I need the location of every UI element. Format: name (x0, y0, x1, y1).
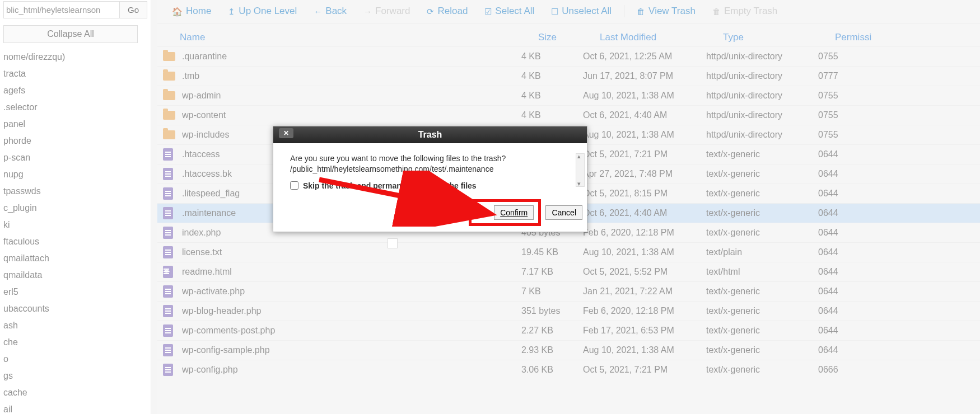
folder-icon (163, 50, 176, 63)
file-permissions: 0644 (818, 169, 863, 179)
home-button[interactable]: 🏠Home (166, 3, 217, 19)
file-row[interactable]: license.txt19.45 KBAug 10, 2021, 1:38 AM… (157, 242, 980, 262)
file-size: 3.06 KB (521, 365, 583, 375)
go-button[interactable]: Go (119, 2, 147, 18)
path-input[interactable] (4, 2, 119, 18)
uncheck-icon: ☐ (551, 7, 558, 16)
file-type: text/x-generic (706, 365, 818, 375)
file-row[interactable]: .tmb4 KBJun 17, 2021, 8:07 PMhttpd/unix-… (157, 66, 980, 86)
cancel-button[interactable]: Cancel (545, 205, 582, 220)
file-type: text/x-generic (706, 345, 818, 355)
file-icon (163, 324, 176, 337)
file-row[interactable]: wp-content4 KBOct 6, 2021, 4:40 AMhttpd/… (157, 105, 980, 125)
trash-dialog: ✕ Trash Are you sure you want to move th… (273, 126, 587, 232)
col-type[interactable]: Type (723, 32, 835, 43)
file-modified: Oct 5, 2021, 5:52 PM (583, 267, 706, 277)
file-icon (163, 305, 176, 317)
path-box: Go (3, 1, 147, 18)
reload-icon: ⟳ (427, 7, 434, 16)
file-row[interactable]: .quarantine4 KBOct 6, 2021, 12:25 AMhttp… (157, 46, 980, 66)
file-row[interactable]: wp-config-sample.php2.93 KBAug 10, 2021,… (157, 340, 980, 360)
col-size[interactable]: Size (538, 32, 600, 43)
file-name: wp-content (182, 110, 226, 120)
tree-item[interactable]: ubaccounts (3, 300, 147, 317)
tree-item[interactable]: tpasswds (3, 183, 147, 200)
tree-item[interactable]: nome/direzzqu) (3, 49, 147, 65)
unselect-all-button[interactable]: ☐Unselect All (545, 3, 617, 19)
up-one-level-button[interactable]: ↥Up One Level (222, 3, 302, 19)
dialog-title-bar: ✕ Trash (273, 126, 587, 143)
col-permissions[interactable]: Permissi (835, 32, 880, 43)
reload-button[interactable]: ⟳Reload (421, 3, 473, 19)
dialog-actions: Confirm Cancel (273, 195, 587, 232)
tree-item[interactable]: .selector (3, 99, 147, 116)
file-row[interactable]: wp-blog-header.php351 bytesFeb 6, 2020, … (157, 301, 980, 321)
file-modified: Aug 10, 2021, 1:38 AM (583, 345, 706, 355)
file-modified: Aug 10, 2021, 1:38 AM (583, 91, 706, 101)
skip-trash-option[interactable]: Skip the trash and permanently delete th… (290, 181, 576, 190)
file-name: index.php (182, 228, 221, 238)
file-row[interactable]: wp-comments-post.php2.27 KBFeb 17, 2021,… (157, 321, 980, 340)
toolbar: 🏠Home ↥Up One Level ←Back →Forward ⟳Relo… (157, 0, 980, 24)
back-icon: ← (314, 7, 322, 16)
file-row[interactable]: wp-activate.php7 KBJan 21, 2021, 7:22 AM… (157, 281, 980, 301)
file-row[interactable]: wp-config.php3.06 KBOct 5, 2021, 7:21 PM… (157, 360, 980, 379)
tree-item[interactable]: ftaculous (3, 233, 147, 250)
tree-item[interactable]: ki (3, 217, 147, 233)
view-trash-button[interactable]: 🗑View Trash (631, 3, 701, 19)
tree-item[interactable]: qmailattach (3, 250, 147, 267)
skip-trash-checkbox[interactable] (290, 181, 298, 190)
file-type: text/x-generic (706, 208, 818, 218)
skip-trash-label: Skip the trash and permanently delete th… (303, 181, 477, 190)
confirm-button[interactable]: Confirm (494, 205, 534, 220)
tree-item[interactable]: c_plugin (3, 200, 147, 217)
folder-icon (163, 129, 176, 141)
decorative-square (388, 238, 398, 248)
folder-icon (163, 90, 176, 102)
back-button[interactable]: ←Back (308, 3, 352, 19)
folder-tree: nome/direzzqu)tractaagefs.selectorpanelp… (0, 49, 151, 414)
col-name[interactable]: Name (180, 32, 538, 43)
file-modified: Oct 5, 2021, 7:21 PM (583, 149, 706, 159)
tree-item[interactable]: cache (3, 384, 147, 401)
file-row[interactable]: wp-admin4 KBAug 10, 2021, 1:38 AMhttpd/u… (157, 86, 980, 105)
close-icon[interactable]: ✕ (279, 128, 293, 138)
tree-item[interactable]: che (3, 334, 147, 351)
file-modified: Oct 5, 2021, 8:15 PM (583, 189, 706, 199)
file-modified: Feb 6, 2020, 12:18 PM (583, 228, 706, 238)
tree-item[interactable]: p-scan (3, 149, 147, 166)
toolbar-separator (624, 5, 624, 17)
dialog-body: Are you sure you want to move the follow… (273, 143, 587, 195)
tree-item[interactable]: phorde (3, 133, 147, 149)
up-icon: ↥ (228, 7, 235, 16)
file-size: 7 KB (521, 286, 583, 297)
file-permissions: 0644 (818, 306, 863, 316)
file-permissions: 0644 (818, 247, 863, 257)
tree-item[interactable]: qmaildata (3, 267, 147, 284)
file-name: wp-config.php (182, 365, 238, 375)
file-name: .maintenance (182, 208, 236, 218)
tree-item[interactable]: agefs (3, 82, 147, 99)
file-icon (163, 148, 176, 161)
file-modified: Oct 5, 2021, 7:21 PM (583, 365, 706, 375)
file-size: 4 KB (521, 51, 583, 62)
file-name: license.txt (182, 247, 222, 257)
dialog-scrollbar[interactable] (576, 153, 585, 187)
tree-item[interactable]: ash (3, 317, 147, 334)
file-type: text/x-generic (706, 286, 818, 297)
file-permissions: 0644 (818, 208, 863, 218)
tree-item[interactable]: o (3, 351, 147, 368)
tree-item[interactable]: nupg (3, 166, 147, 183)
tree-item[interactable]: erl5 (3, 284, 147, 300)
file-modified: Oct 6, 2021, 4:40 AM (583, 208, 706, 218)
file-size: 2.27 KB (521, 326, 583, 336)
tree-item[interactable]: tracta (3, 65, 147, 82)
tree-item[interactable]: panel (3, 116, 147, 133)
tree-item[interactable]: ail (3, 401, 147, 414)
file-row[interactable]: readme.html7.17 KBOct 5, 2021, 5:52 PMte… (157, 262, 980, 281)
file-icon (163, 207, 176, 219)
tree-item[interactable]: gs (3, 368, 147, 384)
collapse-all-button[interactable]: Collapse All (3, 25, 138, 43)
select-all-button[interactable]: ☑Select All (479, 3, 540, 19)
col-modified[interactable]: Last Modified (600, 32, 723, 43)
